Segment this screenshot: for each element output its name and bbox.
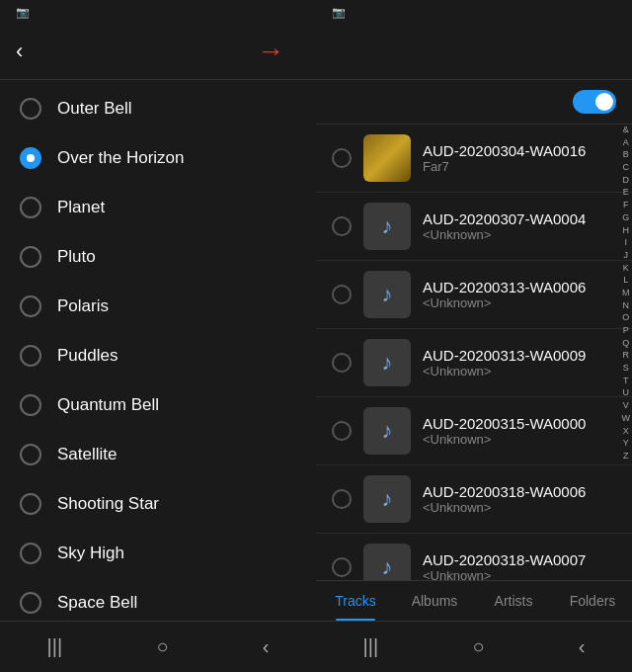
music-note-icon: ♪ <box>382 282 393 307</box>
left-panel: 📷 ‹ → Outer BellOver the HorizonPlanetPl… <box>0 0 316 672</box>
tab-albums[interactable]: Albums <box>395 581 474 621</box>
sound-name: AUD-20200315-WA0000 <box>423 415 616 432</box>
ringtone-name: Space Bell <box>57 593 137 613</box>
list-item[interactable]: Pluto <box>0 232 316 282</box>
radio-circle <box>20 197 41 218</box>
sound-radio <box>332 489 352 509</box>
sound-thumbnail: ♪ <box>363 407 411 455</box>
sound-list: AUD-20200304-WA0016Far7♪AUD-20200307-WA0… <box>316 125 632 580</box>
list-item[interactable]: Quantum Bell <box>0 380 316 430</box>
ringtone-name: Shooting Star <box>57 494 159 514</box>
sound-info: AUD-20200307-WA0004<Unknown> <box>423 210 616 242</box>
list-item[interactable]: Space Bell <box>0 578 316 621</box>
nav-back[interactable]: ‹ <box>263 635 270 658</box>
list-item[interactable]: Over the Horizon <box>0 133 316 183</box>
sound-sub: Far7 <box>423 159 616 174</box>
ringtone-name: Pluto <box>57 247 96 267</box>
sound-name: AUD-20200304-WA0016 <box>423 142 616 159</box>
radio-circle <box>20 543 41 564</box>
left-header-left: ‹ <box>16 39 31 64</box>
left-status-bar: 📷 <box>0 0 316 24</box>
ringtone-name: Over the Horizon <box>57 148 185 168</box>
right-nav-back[interactable]: ‹ <box>579 635 586 658</box>
radio-circle <box>20 98 41 120</box>
tabs-bar: TracksAlbumsArtistsFolders <box>316 580 632 621</box>
list-item[interactable]: Puddles <box>0 331 316 380</box>
toggle-row <box>316 80 632 124</box>
radio-circle <box>20 592 41 614</box>
sound-radio <box>332 285 352 304</box>
nav-home[interactable]: ○ <box>156 635 168 658</box>
list-item[interactable]: ♪AUD-20200313-WA0009<Unknown> <box>316 329 632 397</box>
sound-sub: <Unknown> <box>423 364 616 378</box>
sound-thumbnail: ♪ <box>363 203 411 250</box>
arrow-indicator: → <box>257 36 284 67</box>
ringtone-name: Polaris <box>57 296 109 316</box>
music-note-icon: ♪ <box>382 554 393 580</box>
left-header-right: → <box>257 36 300 67</box>
list-item[interactable]: ♪AUD-20200313-WA0006<Unknown> <box>316 261 632 329</box>
sound-info: AUD-20200313-WA0009<Unknown> <box>423 347 616 378</box>
sound-sub: <Unknown> <box>423 295 616 310</box>
radio-circle <box>20 493 41 515</box>
sound-radio <box>332 148 352 168</box>
sound-info: AUD-20200318-WA0007<Unknown> <box>423 551 616 580</box>
sound-info: AUD-20200315-WA0000<Unknown> <box>423 415 616 447</box>
music-note-icon: ♪ <box>382 418 393 444</box>
sound-thumbnail: ♪ <box>363 544 411 580</box>
tab-folders[interactable]: Folders <box>553 581 632 621</box>
play-highlights-toggle[interactable] <box>573 90 616 114</box>
ringtone-name: Quantum Bell <box>57 395 159 415</box>
right-nav-recent-apps[interactable]: ||| <box>363 635 379 658</box>
sound-info: AUD-20200318-WA0006<Unknown> <box>423 483 616 515</box>
sound-thumbnail: ♪ <box>363 339 411 386</box>
right-status-time: 📷 <box>328 6 346 19</box>
right-status-bar: 📷 <box>316 0 632 24</box>
list-item[interactable]: Shooting Star <box>0 479 316 529</box>
list-item[interactable]: ♪AUD-20200307-WA0004<Unknown> <box>316 193 632 261</box>
radio-circle <box>20 147 41 169</box>
sound-sub: <Unknown> <box>423 568 616 580</box>
sound-thumbnail: ♪ <box>363 475 411 523</box>
nav-recent-apps[interactable]: ||| <box>47 635 63 658</box>
sound-name: AUD-20200307-WA0004 <box>423 210 616 227</box>
sound-radio <box>332 421 352 441</box>
sound-info: AUD-20200313-WA0006<Unknown> <box>423 279 616 310</box>
list-item[interactable]: ♪AUD-20200315-WA0000<Unknown> <box>316 397 632 465</box>
music-note-icon: ♪ <box>382 350 393 376</box>
tab-artists[interactable]: Artists <box>474 581 553 621</box>
list-item[interactable]: Outer Bell <box>0 84 316 133</box>
radio-circle <box>20 394 41 416</box>
left-status-icon: 📷 <box>16 6 30 19</box>
list-item[interactable]: Satellite <box>0 430 316 479</box>
right-status-icon: 📷 <box>332 6 346 19</box>
sound-name: AUD-20200313-WA0006 <box>423 279 616 295</box>
list-item[interactable]: ♪AUD-20200318-WA0006<Unknown> <box>316 465 632 534</box>
list-item[interactable]: Planet <box>0 183 316 232</box>
radio-circle <box>20 444 41 465</box>
sound-radio <box>332 216 352 236</box>
list-item[interactable]: ♪AUD-20200318-WA0007<Unknown> <box>316 534 632 580</box>
left-nav-bar: ||| ○ ‹ <box>0 621 316 672</box>
ringtone-list: Outer BellOver the HorizonPlanetPlutoPol… <box>0 80 316 621</box>
sound-radio <box>332 557 352 577</box>
ringtone-name: Puddles <box>57 346 118 366</box>
radio-circle <box>20 345 41 367</box>
sound-name: AUD-20200318-WA0006 <box>423 483 616 500</box>
sound-sub: <Unknown> <box>423 500 616 515</box>
left-status-time: 📷 <box>12 6 30 19</box>
right-nav-home[interactable]: ○ <box>472 635 484 658</box>
music-note-icon: ♪ <box>382 213 393 239</box>
tab-tracks[interactable]: Tracks <box>316 581 395 621</box>
right-nav-bar: ||| ○ ‹ <box>316 621 632 672</box>
back-button[interactable]: ‹ <box>16 39 23 64</box>
list-item[interactable]: Sky High <box>0 529 316 578</box>
list-item[interactable]: AUD-20200304-WA0016Far7 <box>316 125 632 193</box>
sound-thumbnail <box>363 134 411 182</box>
list-item[interactable]: Polaris <box>0 282 316 331</box>
sound-sub: <Unknown> <box>423 432 616 447</box>
sound-thumbnail: ♪ <box>363 271 411 318</box>
ringtone-name: Outer Bell <box>57 99 132 119</box>
sound-name: AUD-20200313-WA0009 <box>423 347 616 364</box>
radio-circle <box>20 246 41 268</box>
